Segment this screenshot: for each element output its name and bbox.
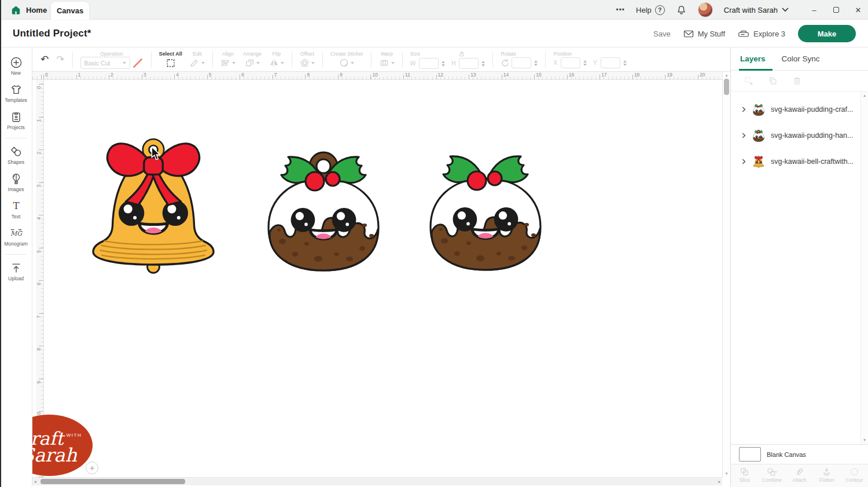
layer-row-pudding-hanging[interactable]: svg-kawaii-pudding-han... [731,122,859,148]
redo-button[interactable]: ↷ [56,54,64,65]
flatten-button[interactable]: Flatten [814,467,840,483]
help-label: Help [636,6,652,14]
chevron-right-icon[interactable] [741,132,746,139]
warp-button[interactable]: Warp [379,51,395,68]
sidebar-item-templates[interactable]: Templates [0,80,32,107]
flip-button[interactable]: Flip [269,51,284,68]
ruler-number: 16 [569,72,574,78]
sidebar-item-upload[interactable]: Upload [0,258,32,285]
canvas-object-pudding[interactable] [424,144,547,272]
sidebar-item-images[interactable]: Images [0,169,32,196]
help-button[interactable]: Help ? [636,5,665,15]
trash-icon[interactable] [792,76,802,86]
tab-canvas[interactable]: Canvas [51,2,89,20]
scroll-up-icon[interactable]: ▴ [861,93,868,98]
scroll-down-icon[interactable]: ▾ [723,471,730,476]
width-stepper[interactable] [442,61,445,67]
sidebar-item-projects[interactable]: Projects [0,107,32,134]
create-sticker-button[interactable]: Create Sticker [330,51,363,68]
top-tab-bar: Home Canvas ••• Help ? Craft with Sarah … [0,0,868,20]
account-menu[interactable]: Craft with Sarah [724,6,789,14]
lock-icon[interactable] [458,50,465,57]
caret-down-icon [311,62,315,64]
scroll-right-icon[interactable]: ▸ [718,479,720,484]
ungroup-icon[interactable] [744,76,753,86]
caret-down-icon [256,62,260,64]
footer-label: Contour [845,477,863,483]
make-button[interactable]: Make [798,25,856,42]
close-button[interactable]: ✕ [854,6,862,14]
canvas-horizontal-scrollbar[interactable]: ◂ ▸ [32,477,722,485]
rotate-input[interactable] [512,57,531,68]
scroll-up-icon[interactable]: ▴ [723,73,730,78]
layer-thumbnail [752,155,765,168]
width-input[interactable] [419,58,439,69]
tshirt-icon [10,83,23,96]
combine-button[interactable]: Combine [759,467,785,483]
attach-icon [795,467,804,477]
overflow-menu-icon[interactable]: ••• [616,6,625,14]
layer-row-pudding[interactable]: svg-kawaii-pudding-craf... [731,96,859,122]
layer-row-bell[interactable]: svg-kawaii-bell-craftwith... [731,148,859,174]
contour-button[interactable]: Contour [841,467,867,483]
undo-button[interactable]: ↶ [41,54,49,65]
notifications-bell-icon[interactable] [676,5,687,16]
x-input[interactable] [561,57,580,68]
select-all-label: Select All [159,51,182,57]
layers-scrollbar[interactable]: ▴ ▾ [860,91,868,444]
chevron-right-icon[interactable] [741,158,746,165]
y-stepper[interactable] [623,60,627,66]
my-stuff-button[interactable]: My Stuff [683,30,725,38]
blank-canvas-row[interactable]: Blank Canvas [731,445,868,464]
sidebar-item-monogram[interactable]: MG Monogram [0,224,32,251]
edit-menu-button[interactable]: Edit [190,51,205,68]
slice-icon [740,467,749,477]
y-input[interactable] [601,57,620,68]
horizontal-scroll-thumb[interactable] [41,479,185,484]
rotate-stepper[interactable] [534,60,538,66]
tab-home[interactable]: Home [10,0,47,20]
ruler-number: 10 [373,72,378,78]
canvas-object-pudding-hanging[interactable] [262,144,385,273]
operation-select[interactable]: Basic Cut [80,57,130,69]
canvas-color-swatch[interactable] [739,447,761,462]
align-button[interactable]: Align [220,51,236,68]
project-title[interactable]: Untitled Project* [13,28,91,39]
height-input[interactable] [459,58,479,69]
ruler-number: 0 [45,72,48,78]
footer-label: Combine [762,477,782,483]
explore-button[interactable]: Explore 3 [738,30,785,38]
sticker-icon [339,58,349,68]
attach-button[interactable]: Attach [786,467,812,483]
offset-button[interactable]: Offset [300,51,315,68]
left-sidebar: New Templates Projects Shapes [0,47,32,487]
maximize-button[interactable] [832,6,840,14]
sidebar-item-text[interactable]: T Text [0,196,32,224]
vertical-scroll-thumb[interactable] [724,79,729,95]
save-button[interactable]: Save [653,30,671,38]
cut-line-swatch[interactable] [132,57,144,69]
sidebar-label: Monogram [4,241,28,247]
x-stepper[interactable] [583,60,587,66]
zoom-in-button[interactable]: + [86,462,98,474]
rotate-icon [501,58,510,68]
minimize-button[interactable]: – [810,6,818,14]
slice-button[interactable]: Slice [732,467,757,483]
maximize-icon [833,7,839,13]
select-all-button[interactable]: Select All [159,51,182,68]
avatar[interactable] [698,2,713,17]
chevron-right-icon[interactable] [741,106,746,113]
height-stepper[interactable] [481,61,485,67]
panel-footer: Slice Combine Attach Flatten [731,464,868,487]
tab-layers[interactable]: Layers [740,47,766,71]
sidebar-item-shapes[interactable]: Shapes [0,142,32,169]
sidebar-item-new[interactable]: New [0,53,32,80]
canvas-vertical-scrollbar[interactable]: ▴ ▾ [722,72,730,477]
layer-name: svg-kawaii-pudding-craf... [771,105,853,113]
ruler-number: 17 [601,72,606,78]
tab-color-sync[interactable]: Color Sync [782,54,820,63]
scroll-down-icon[interactable]: ▾ [861,438,868,442]
duplicate-icon[interactable] [768,76,778,86]
scroll-left-icon[interactable]: ◂ [34,479,36,484]
arrange-button[interactable]: Arrange [243,51,262,68]
